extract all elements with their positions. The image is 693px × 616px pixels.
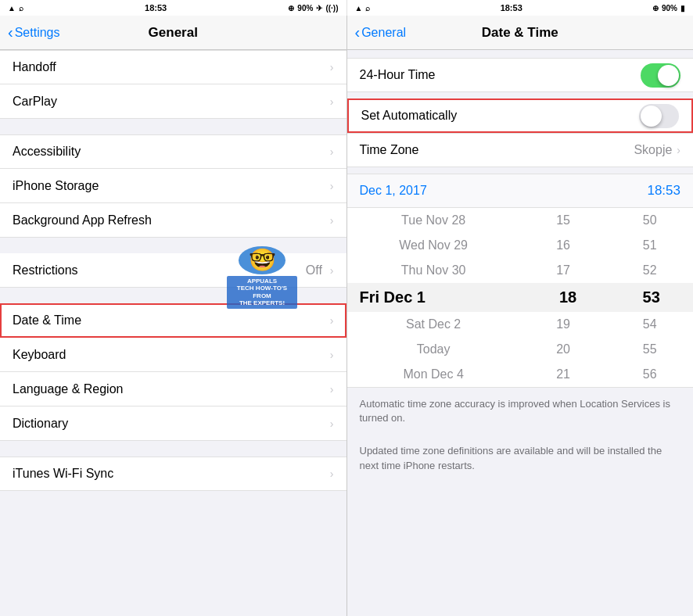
date-time-chevron: › <box>330 314 334 327</box>
group-restrictions: Restrictions Off › <box>0 253 346 288</box>
signal-icon: ▲ <box>8 4 16 13</box>
right-battery-percent: 90% <box>662 4 677 13</box>
carplay-item[interactable]: CarPlay › <box>0 84 346 119</box>
dictionary-chevron: › <box>330 417 334 430</box>
picker-row[interactable]: Sat Dec 2 19 54 <box>347 312 694 337</box>
picker-row[interactable]: Mon Dec 4 21 56 <box>347 362 694 387</box>
bg-refresh-item[interactable]: Background App Refresh › <box>0 203 346 238</box>
left-back-button[interactable]: ‹ Settings <box>8 23 59 41</box>
carplay-chevron: › <box>330 95 334 108</box>
right-panel: 24-Hour Time Set Automatically Time Zone… <box>347 50 694 616</box>
timezone-chevron: › <box>677 144 680 156</box>
wifi-icon3: ⌕ <box>365 4 370 13</box>
timezone-right: Skopje › <box>634 143 680 157</box>
left-nav-title: General <box>149 25 198 41</box>
status-bar: ▲ ⌕ 18:53 ⊕ 90% ✈ ((·)) ▲ ⌕ 18:53 ⊕ 90% … <box>0 0 693 16</box>
right-right-icons: ⊕ 90% ▮ <box>652 4 685 13</box>
restrictions-chevron: › <box>330 264 334 277</box>
keyboard-item[interactable]: Keyboard › <box>0 338 346 372</box>
restrictions-right: Off › <box>306 263 334 278</box>
itunes-wifi-label: iTunes Wi-Fi Sync <box>13 467 113 481</box>
picker-row[interactable]: Today 20 55 <box>347 337 694 362</box>
datetime-display: Dec 1, 2017 18:53 <box>347 174 694 208</box>
location-icon: ⊕ <box>288 4 294 13</box>
group-itunes: iTunes Wi-Fi Sync › <box>0 457 346 491</box>
right-signal-icons: ▲ ⌕ <box>355 4 371 13</box>
picker-row[interactable]: Tue Nov 28 15 50 <box>347 208 694 233</box>
right-nav-title: Date & Time <box>482 25 558 41</box>
set-auto-label: Set Automatically <box>361 109 458 123</box>
accessibility-item[interactable]: Accessibility › <box>0 134 346 169</box>
group-date-time: Date & Time › Keyboard › Language & Regi… <box>0 303 346 441</box>
handoff-label: Handoff <box>13 60 56 74</box>
dictionary-label: Dictionary <box>13 417 68 431</box>
group-24hour: 24-Hour Time <box>347 58 694 92</box>
left-nav: ‹ Settings General <box>0 16 347 49</box>
picker-row[interactable]: Thu Nov 30 17 52 <box>347 258 694 283</box>
language-region-chevron: › <box>330 383 334 396</box>
language-region-item[interactable]: Language & Region › <box>0 372 346 406</box>
carplay-label: CarPlay <box>13 95 57 109</box>
back-chevron-icon: ‹ <box>8 23 13 41</box>
accessibility-label: Accessibility <box>13 145 81 159</box>
handoff-chevron: › <box>330 61 334 73</box>
wifi-icon2: ((·)) <box>325 4 338 13</box>
timezone-value: Skopje <box>634 143 672 157</box>
itunes-wifi-chevron: › <box>330 467 334 480</box>
left-back-label: Settings <box>15 26 60 40</box>
timezone-row[interactable]: Time Zone Skopje › <box>347 133 694 167</box>
left-time: 18:53 <box>145 3 167 13</box>
bg-refresh-label: Background App Refresh <box>13 213 152 227</box>
battery-percent: 90% <box>297 4 313 13</box>
group-accessibility: Accessibility › iPhone Storage › Backgro… <box>0 134 346 238</box>
location-icon2: ⊕ <box>652 4 659 13</box>
left-right-icons: ⊕ 90% ✈ ((·)) <box>288 4 338 13</box>
timezone-label: Time Zone <box>360 143 419 157</box>
left-signal-icons: ▲ ⌕ <box>8 4 23 13</box>
selected-date: Dec 1, 2017 <box>360 184 427 198</box>
info-text-1: Automatic time zone accuracy is improved… <box>347 388 694 435</box>
restrictions-item[interactable]: Restrictions Off › <box>0 253 346 288</box>
right-status-bar: ▲ ⌕ 18:53 ⊕ 90% ▮ <box>347 0 694 16</box>
accessibility-chevron: › <box>330 145 334 158</box>
dictionary-item[interactable]: Dictionary › <box>0 406 346 441</box>
battery-icon: ▮ <box>680 4 685 13</box>
restrictions-value: Off <box>306 263 322 278</box>
picker-rows: Tue Nov 28 15 50 Wed Nov 29 16 51 Thu No… <box>347 208 694 387</box>
info-text-2: Updated time zone definitions are availa… <box>347 435 694 482</box>
set-auto-toggle[interactable] <box>639 104 679 128</box>
hour24-toggle[interactable] <box>641 63 680 88</box>
picker-area[interactable]: Tue Nov 28 15 50 Wed Nov 29 16 51 Thu No… <box>347 208 694 388</box>
keyboard-chevron: › <box>330 349 334 361</box>
hour24-label: 24-Hour Time <box>360 68 436 82</box>
date-time-item[interactable]: Date & Time › <box>0 303 346 338</box>
wifi-icon: ⌕ <box>19 4 23 13</box>
iphone-storage-item[interactable]: iPhone Storage › <box>0 169 346 203</box>
restrictions-label: Restrictions <box>13 263 78 278</box>
picker-inner: Tue Nov 28 15 50 Wed Nov 29 16 51 Thu No… <box>347 208 694 387</box>
picker-row[interactable]: Wed Nov 29 16 51 <box>347 233 694 258</box>
right-nav: ‹ General Date & Time <box>347 16 694 49</box>
language-region-label: Language & Region <box>13 382 123 396</box>
hour24-item[interactable]: 24-Hour Time <box>347 58 694 92</box>
itunes-wifi-item[interactable]: iTunes Wi-Fi Sync › <box>0 457 346 491</box>
iphone-storage-label: iPhone Storage <box>13 179 99 193</box>
keyboard-label: Keyboard <box>13 348 66 362</box>
right-back-label: General <box>361 26 406 40</box>
selected-time: 18:53 <box>647 183 680 199</box>
plane-icon: ✈ <box>316 4 322 13</box>
handoff-item[interactable]: Handoff › <box>0 50 346 84</box>
back-chevron-icon2: ‹ <box>355 23 361 41</box>
set-auto-row[interactable]: Set Automatically <box>347 98 694 133</box>
set-auto-toggle-knob <box>641 106 662 127</box>
picker-row[interactable]: Fri Dec 1 18 53 <box>347 283 694 312</box>
right-back-button[interactable]: ‹ General <box>355 23 407 41</box>
nav-bar: ‹ Settings General ‹ General Date & Time <box>0 16 693 50</box>
date-time-label: Date & Time <box>13 313 81 328</box>
main-content: Handoff › CarPlay › Accessibility › iPho… <box>0 50 693 616</box>
signal-icon2: ▲ <box>355 4 363 13</box>
storage-chevron: › <box>330 180 334 192</box>
group-handoff-carplay: Handoff › CarPlay › <box>0 50 346 119</box>
hour24-toggle-knob <box>658 65 679 86</box>
left-panel: Handoff › CarPlay › Accessibility › iPho… <box>0 50 347 616</box>
